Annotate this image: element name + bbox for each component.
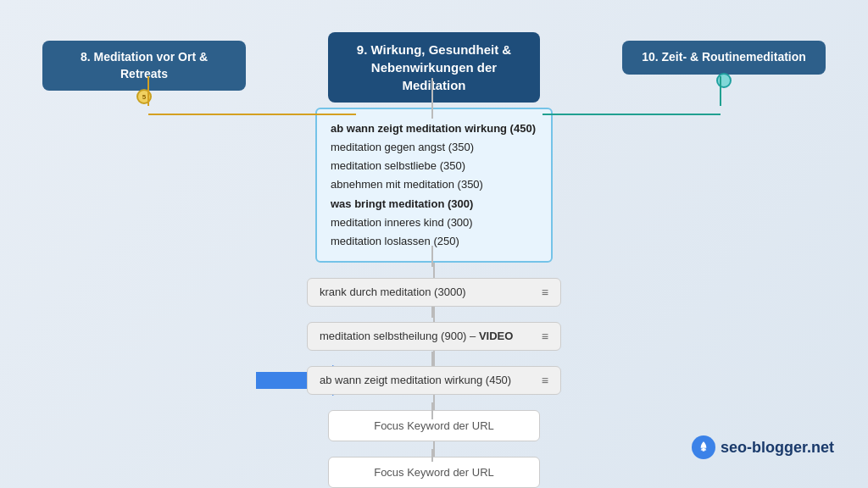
full-layout: 8. Meditation vor Ort & Retreats 5 9. Wi… (17, 17, 851, 471)
watermark-text: seo-blogger.net (721, 439, 834, 457)
highlighted-row: ab wann zeigt meditation wirkung (450) ≡ (264, 366, 604, 395)
top-section: 8. Meditation vor Ort & Retreats 5 9. Wi… (17, 17, 851, 104)
right-connector-dot (716, 73, 732, 88)
focus-box-2: Focus Keyword der URL (328, 457, 540, 488)
watermark: seo-blogger.net (692, 435, 834, 459)
left-connector-dot: 5 (136, 89, 152, 104)
keyword-box: ab wann zeigt meditation wirkung (450) m… (315, 108, 553, 263)
focus-box-2-text: Focus Keyword der URL (374, 466, 494, 479)
center-header-wrapper: 9. Wirkung, Gesundheit & Nebenwirkungen … (328, 32, 540, 103)
connector-line-2 (433, 307, 435, 322)
keyword-item-2: meditation gegen angst (350) (331, 138, 537, 157)
keyword-item-7: meditation loslassen (250) (331, 232, 537, 251)
connector-line-3 (433, 351, 435, 366)
main-container: 8. Meditation vor Ort & Retreats 5 9. Wi… (0, 0, 868, 488)
connector-line-5 (433, 441, 435, 457)
connector-line-4 (433, 395, 435, 410)
right-header-wrapper: 10. Zeit- & Routinemeditation (622, 32, 826, 88)
list-item-1: krank durch meditation (3000) ≡ (307, 278, 561, 307)
keyword-item-6: meditation inneres kind (300) (331, 214, 537, 232)
focus-box-1: Focus Keyword der URL (328, 410, 540, 441)
keyword-item-3: meditation selbstliebe (350) (331, 157, 537, 175)
list-item-2-text: meditation selbstheilung (900) – VIDEO (320, 330, 513, 342)
right-header-box: 10. Zeit- & Routinemeditation (622, 41, 826, 75)
list-item-3: ab wann zeigt meditation wirkung (450) ≡ (307, 366, 561, 395)
left-header-label: 8. Meditation vor Ort & Retreats (81, 50, 208, 80)
center-header-box: 9. Wirkung, Gesundheit & Nebenwirkungen … (328, 32, 540, 103)
center-content: ab wann zeigt meditation wirkung (450) m… (17, 108, 851, 488)
menu-icon-1[interactable]: ≡ (542, 286, 548, 299)
list-item-2: meditation selbstheilung (900) – VIDEO ≡ (307, 322, 561, 351)
center-header-label: 9. Wirkung, Gesundheit & Nebenwirkungen … (357, 42, 511, 92)
rocket-icon (697, 441, 710, 454)
menu-icon-2[interactable]: ≡ (542, 330, 548, 343)
connector-line-1 (433, 263, 435, 278)
keyword-item-4: abnehmen mit meditation (350) (331, 175, 537, 194)
list-item-3-text: ab wann zeigt meditation wirkung (450) (320, 374, 511, 386)
focus-box-1-text: Focus Keyword der URL (374, 419, 494, 432)
left-header-box: 8. Meditation vor Ort & Retreats (42, 41, 246, 91)
watermark-icon (692, 435, 715, 459)
right-header-label: 10. Zeit- & Routinemeditation (642, 50, 806, 64)
keyword-item-1: ab wann zeigt meditation wirkung (450) (331, 119, 537, 138)
list-item-1-text: krank durch meditation (3000) (320, 286, 466, 298)
menu-icon-3[interactable]: ≡ (542, 374, 548, 387)
keyword-item-5: was bringt meditation (300) (331, 195, 537, 214)
left-header-wrapper: 8. Meditation vor Ort & Retreats 5 (42, 32, 246, 104)
